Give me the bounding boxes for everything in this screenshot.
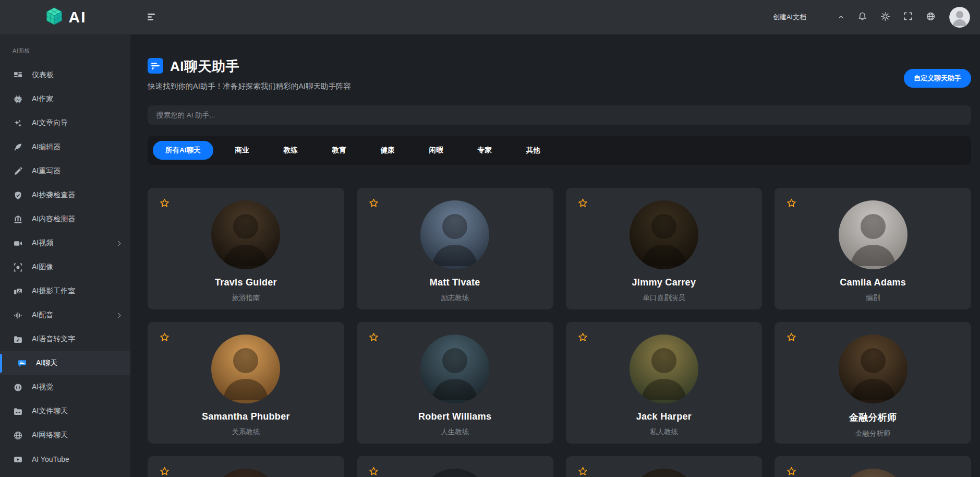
assistant-card[interactable]: Jimmy Carrey 单口喜剧演员 — [566, 188, 763, 309]
sidebar-item[interactable]: AI文件聊天 — [0, 399, 130, 423]
feather-icon — [13, 143, 23, 152]
user-avatar[interactable] — [949, 7, 970, 28]
star-icon[interactable] — [786, 332, 797, 343]
topbar-icon[interactable] — [926, 12, 935, 23]
cube-logo-icon — [44, 6, 64, 28]
assistant-card[interactable]: Samantha Phubber 关系教练 — [148, 322, 344, 444]
filter-pill[interactable]: 所有AI聊天 — [153, 141, 213, 160]
topbar-icon[interactable] — [858, 12, 867, 23]
sidebar-item[interactable]: 仪表板 — [0, 63, 130, 87]
filter-pill[interactable]: 教育 — [320, 141, 359, 160]
sidebar-item[interactable]: AI重写器 — [0, 159, 130, 183]
filter-pill[interactable]: 教练 — [271, 141, 310, 160]
create-ai-doc-button[interactable]: 创建AI文档 — [773, 13, 806, 22]
topbar-icon[interactable] — [904, 12, 912, 22]
assistant-card[interactable] — [566, 456, 763, 477]
assistant-name: Robert Williams — [357, 411, 553, 422]
assistant-card[interactable]: Travis Guider 旅游指南 — [148, 188, 344, 309]
assistant-card[interactable]: Matt Tivate 励志教练 — [357, 188, 553, 309]
star-icon[interactable] — [577, 466, 588, 477]
sidebar-item[interactable]: AI YouTube — [0, 447, 130, 471]
filter-pill-label: 专家 — [478, 146, 492, 154]
sun-icon — [881, 12, 890, 23]
assistant-card[interactable] — [357, 456, 553, 477]
star-icon[interactable] — [786, 198, 797, 209]
assistant-card[interactable]: Robert Williams 人生教练 — [357, 322, 553, 444]
custom-chat-assistant-button[interactable]: 自定义聊天助手 — [904, 69, 971, 88]
star-icon[interactable] — [368, 198, 379, 209]
assistant-avatar — [839, 335, 908, 403]
star-icon[interactable] — [159, 198, 170, 209]
assistant-card[interactable]: 金融分析师 金融分析师 — [775, 322, 971, 444]
chevron-right-icon — [116, 241, 121, 246]
filter-pill[interactable]: 其他 — [514, 141, 553, 160]
chevron-right-icon — [116, 313, 121, 318]
assistant-avatar — [630, 200, 698, 269]
video-icon — [13, 239, 23, 248]
assistant-name: Jimmy Carrey — [566, 277, 763, 288]
brand-logo[interactable]: AI — [0, 6, 130, 28]
person-silhouette-icon — [211, 335, 280, 403]
sidebar-toggle-button[interactable] — [148, 14, 157, 21]
filter-pill[interactable]: 健康 — [368, 141, 407, 160]
assistant-role: 励志教练 — [357, 293, 553, 303]
sidebar-item[interactable]: AI视频 — [0, 231, 130, 255]
assistant-card[interactable] — [148, 456, 344, 477]
person-silhouette-icon — [839, 469, 908, 477]
assistant-avatar — [211, 335, 280, 403]
star-icon[interactable] — [368, 466, 379, 477]
filter-pill[interactable]: 商业 — [223, 141, 262, 160]
star-icon[interactable] — [368, 332, 379, 343]
assistant-card[interactable] — [775, 456, 971, 477]
star-icon[interactable] — [159, 466, 170, 477]
sidebar-item-label: AI作家 — [32, 94, 53, 104]
filter-pill-label: 健康 — [381, 146, 395, 154]
sidebar-item[interactable]: AI文章向导 — [0, 111, 130, 135]
sidebar-item-label: AI抄袭检查器 — [32, 190, 75, 200]
sidebar-section-label: AI面板 — [0, 41, 130, 63]
person-silhouette-icon — [630, 335, 698, 403]
sidebar-item-label: AI视频 — [32, 238, 53, 248]
sidebar-item[interactable]: AI抄袭检查器 — [0, 183, 130, 207]
sidebar-item[interactable]: AI聊天 — [0, 351, 130, 375]
sidebar-item[interactable]: AI语音转文字 — [0, 327, 130, 351]
assistant-avatar — [839, 469, 908, 477]
assistant-grid: Travis Guider 旅游指南 Matt Tivate 励志教练 Jimm… — [148, 188, 971, 444]
sidebar-item[interactable]: AI AI作家 — [0, 87, 130, 111]
filter-pill-label: 其他 — [526, 146, 540, 154]
sidebar-item-label: AI语音转文字 — [32, 335, 75, 344]
topbar-icon[interactable] — [881, 12, 890, 23]
assistant-role: 单口喜剧演员 — [566, 293, 763, 303]
sidebar-item[interactable]: AI网络聊天 — [0, 423, 130, 447]
sidebar-item[interactable]: AI内容检测器 — [0, 207, 130, 231]
person-silhouette-icon — [630, 200, 698, 269]
sidebar: AI面板 仪表板 AI AI作家 AI文章向导 AI编辑器 AI重写器 — [0, 34, 130, 477]
chat-bubble-badge-icon — [148, 58, 163, 76]
sidebar-item[interactable]: AI配音 — [0, 303, 130, 327]
sidebar-item[interactable]: AI摄影工作室 — [0, 279, 130, 303]
sidebar-item[interactable]: AI编辑器 — [0, 135, 130, 159]
assistant-role: 人生教练 — [357, 427, 553, 437]
caret-up-icon[interactable] — [838, 15, 844, 19]
assistant-role: 编剧 — [775, 293, 971, 303]
star-icon[interactable] — [577, 198, 588, 209]
sidebar-item-label: AI聊天 — [36, 359, 57, 368]
star-icon[interactable] — [577, 332, 588, 343]
filter-pill[interactable]: 专家 — [465, 141, 504, 160]
assistant-name: Jack Harper — [566, 411, 763, 422]
sidebar-item[interactable]: AI图像 — [0, 255, 130, 279]
globe-icon — [926, 12, 935, 23]
assistant-card[interactable]: Camila Adams 编剧 — [775, 188, 971, 309]
filter-pill-label: 商业 — [235, 146, 249, 154]
star-icon[interactable] — [159, 332, 170, 343]
page-title: AI聊天助手 — [170, 57, 239, 76]
search-input[interactable] — [148, 105, 971, 125]
filter-pill[interactable]: 闲暇 — [417, 141, 456, 160]
topbar-icon-group — [858, 12, 935, 23]
brain-icon — [13, 383, 23, 392]
assistant-card[interactable]: Jack Harper 私人教练 — [566, 322, 763, 444]
star-icon[interactable] — [786, 466, 797, 477]
assistant-avatar — [211, 200, 280, 269]
sidebar-item[interactable]: AI视觉 — [0, 375, 130, 399]
sidebar-item-label: 仪表板 — [32, 70, 54, 80]
